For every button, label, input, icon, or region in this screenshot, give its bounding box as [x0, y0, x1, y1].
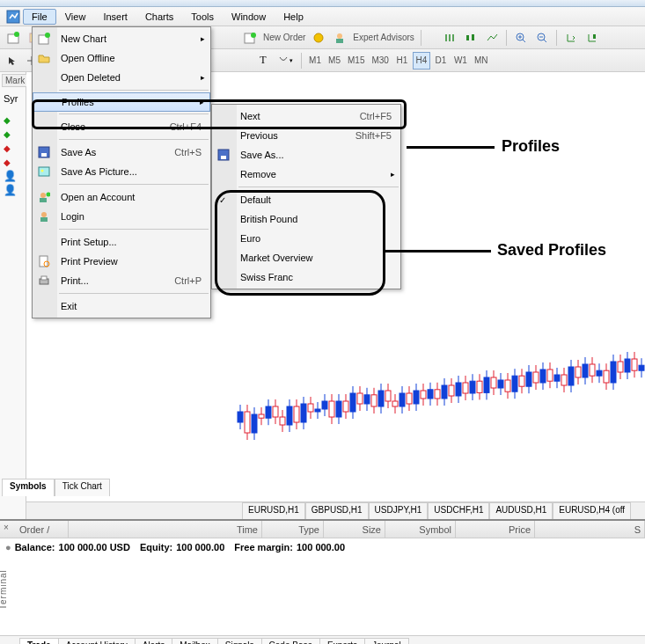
svg-rect-25	[273, 406, 278, 417]
col-symbol[interactable]: Symbol	[385, 521, 456, 538]
profile-default[interactable]: ✓Default	[212, 190, 400, 209]
col-type[interactable]: Type	[262, 521, 324, 538]
svg-rect-115	[590, 364, 595, 376]
tf-d1[interactable]: D1	[432, 52, 450, 70]
tf-m15[interactable]: M15	[345, 52, 367, 70]
terminal-header: Order / Time Type Size Symbol Price S	[0, 521, 645, 538]
tf-m30[interactable]: M30	[369, 52, 391, 70]
chart-shift-icon[interactable]	[583, 29, 602, 47]
balance-value: 100 000.00 USD	[59, 542, 130, 553]
tab-journal[interactable]: Journal	[364, 638, 409, 644]
profile-british-pound[interactable]: British Pound	[212, 209, 400, 229]
menu-print-setup[interactable]: Print Setup...	[33, 232, 210, 252]
svg-rect-43	[336, 401, 341, 417]
menu-open-offline[interactable]: Open Offline	[33, 48, 210, 68]
tab-account-history[interactable]: Account History	[58, 638, 136, 644]
new-order-label[interactable]: New Order	[261, 33, 307, 42]
candle-chart-icon[interactable]	[461, 29, 480, 47]
chart-tab[interactable]: AUDUSD,H1	[489, 502, 553, 519]
col-s[interactable]: S	[535, 521, 645, 538]
tab-code-base[interactable]: Code Base	[261, 638, 320, 644]
tab-trade[interactable]: Trade	[19, 638, 59, 644]
balance-row: ● Balance: 100 000.00 USD Equity: 100 00…	[0, 538, 645, 556]
menu-help[interactable]: Help	[275, 9, 312, 25]
tf-h1[interactable]: H1	[393, 52, 411, 70]
svg-rect-8	[336, 39, 343, 43]
menu-tools[interactable]: Tools	[182, 9, 223, 25]
menu-print[interactable]: Print...Ctrl+P	[33, 271, 210, 290]
symbol-row[interactable]: ◆	[0, 141, 26, 155]
bar-chart-icon[interactable]	[440, 29, 459, 47]
zoom-in-icon[interactable]	[511, 29, 531, 47]
cursor-icon[interactable]	[4, 52, 21, 70]
svg-rect-97	[526, 372, 531, 386]
profile-swiss-franc[interactable]: Swiss Franc	[212, 267, 400, 287]
menu-view[interactable]: View	[56, 9, 95, 25]
equity-label: Equity:	[140, 542, 172, 553]
expert-advisors-label[interactable]: Expert Advisors	[351, 33, 415, 42]
tf-mn[interactable]: MN	[472, 52, 491, 70]
balance-label: Balance:	[15, 542, 55, 553]
menu-save-as[interactable]: Save AsCtrl+S	[33, 143, 210, 162]
menu-window[interactable]: Window	[223, 9, 275, 25]
svg-rect-57	[385, 391, 391, 401]
svg-rect-45	[343, 401, 348, 412]
chart-tab[interactable]: EURUSD,H4 (off	[553, 502, 631, 519]
tab-alerts[interactable]: Alerts	[135, 638, 173, 644]
svg-rect-10	[472, 34, 474, 40]
auto-scroll-icon[interactable]	[561, 29, 581, 47]
menu-print-preview[interactable]: Print Preview	[33, 252, 210, 271]
expert-advisors-icon[interactable]	[330, 29, 349, 47]
menubar: File View Insert Charts Tools Window Hel…	[0, 7, 645, 26]
new-chart-icon[interactable]	[4, 29, 23, 47]
col-price[interactable]: Price	[456, 521, 535, 538]
profile-euro[interactable]: Euro	[212, 229, 400, 248]
tab-experts[interactable]: Experts	[319, 638, 365, 644]
zoom-out-icon[interactable]	[532, 29, 552, 47]
symbol-row[interactable]: ◆	[0, 127, 26, 141]
menu-login[interactable]: Login	[33, 207, 210, 226]
profiles-save-as[interactable]: Save As...	[212, 145, 400, 165]
menu-open-deleted[interactable]: Open Deleted▸	[33, 68, 210, 87]
chart-tab[interactable]: USDCHF,H1	[428, 502, 489, 519]
profiles-remove[interactable]: Remove▸	[212, 165, 400, 184]
save-icon	[37, 145, 51, 159]
tab-mailbox[interactable]: Mailbox	[172, 638, 217, 644]
symbols-tab[interactable]: Symbols	[2, 479, 55, 496]
tab-signals[interactable]: Signals	[217, 638, 262, 644]
symbol-row[interactable]: 👤	[0, 169, 26, 183]
autotrading-icon[interactable]	[309, 29, 328, 47]
line-chart-icon[interactable]	[482, 29, 502, 47]
tf-h4[interactable]: H4	[413, 52, 430, 70]
symbol-row[interactable]: ◆	[0, 113, 26, 127]
close-icon[interactable]: ×	[4, 523, 9, 532]
menu-open-account[interactable]: Open an Account	[33, 187, 210, 207]
profile-market-overview[interactable]: Market Overview	[212, 248, 400, 267]
menu-file[interactable]: File	[23, 9, 56, 25]
tick-chart-tab[interactable]: Tick Chart	[55, 479, 110, 496]
menu-save-picture[interactable]: Save As Picture...	[33, 162, 210, 181]
symbol-row[interactable]: 👤	[0, 183, 26, 197]
profiles-previous[interactable]: PreviousShift+F5	[212, 126, 400, 145]
menu-charts[interactable]: Charts	[136, 9, 182, 25]
menu-insert[interactable]: Insert	[94, 9, 136, 25]
text-icon[interactable]: T	[254, 52, 272, 70]
tf-m5[interactable]: M5	[326, 52, 343, 70]
chart-tab[interactable]: EURUSD,H1	[242, 502, 305, 519]
menu-close[interactable]: CloseCtrl+F4	[33, 117, 210, 136]
symbol-row[interactable]: ◆	[0, 155, 26, 169]
profiles-next[interactable]: NextCtrl+F5	[212, 106, 400, 126]
chart-tab[interactable]: GBPUSD,H1	[305, 502, 369, 519]
menu-profiles[interactable]: Profiles▸	[33, 92, 210, 112]
col-time[interactable]: Time	[69, 521, 262, 538]
menu-exit[interactable]: Exit	[33, 296, 210, 316]
menu-new-chart[interactable]: New Chart▸	[33, 29, 210, 48]
objects-icon[interactable]: ▾	[274, 52, 297, 70]
col-size[interactable]: Size	[324, 521, 385, 538]
equity-value: 100 000.00	[176, 542, 224, 553]
chart-tab[interactable]: USDJPY,H1	[369, 502, 429, 519]
tf-m1[interactable]: M1	[306, 52, 324, 70]
tf-w1[interactable]: W1	[451, 52, 470, 70]
new-order-button[interactable]	[240, 29, 260, 47]
col-order[interactable]: Order /	[16, 521, 69, 538]
